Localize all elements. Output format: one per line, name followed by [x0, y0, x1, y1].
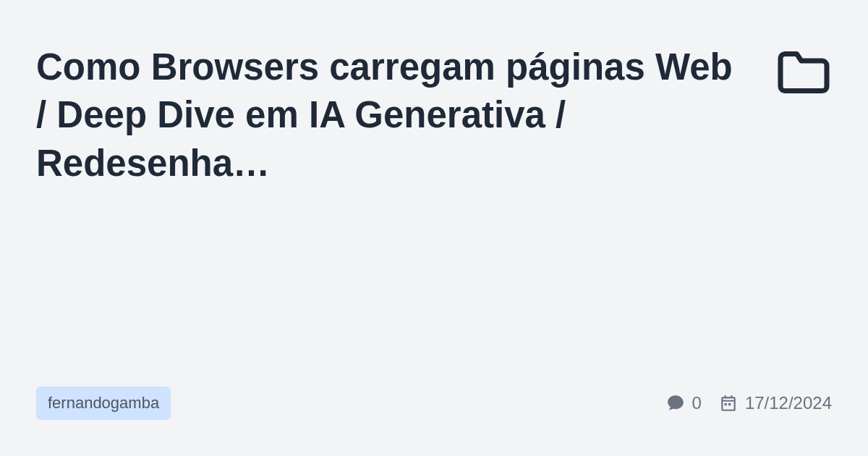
comment-icon: [666, 394, 685, 413]
folder-icon: [775, 49, 832, 96]
calendar-icon: [719, 394, 738, 413]
card-header: Como Browsers carregam páginas Web / Dee…: [36, 43, 832, 187]
comments-meta: 0: [666, 393, 702, 413]
card-footer: fernandogamba 0 17/12/2024: [36, 387, 832, 420]
date-meta: 17/12/2024: [719, 393, 832, 413]
comments-count: 0: [692, 393, 702, 413]
meta-info: 0 17/12/2024: [666, 393, 832, 413]
date-value: 17/12/2024: [745, 393, 832, 413]
author-tag[interactable]: fernandogamba: [36, 387, 171, 420]
article-title: Como Browsers carregam páginas Web / Dee…: [36, 43, 746, 187]
